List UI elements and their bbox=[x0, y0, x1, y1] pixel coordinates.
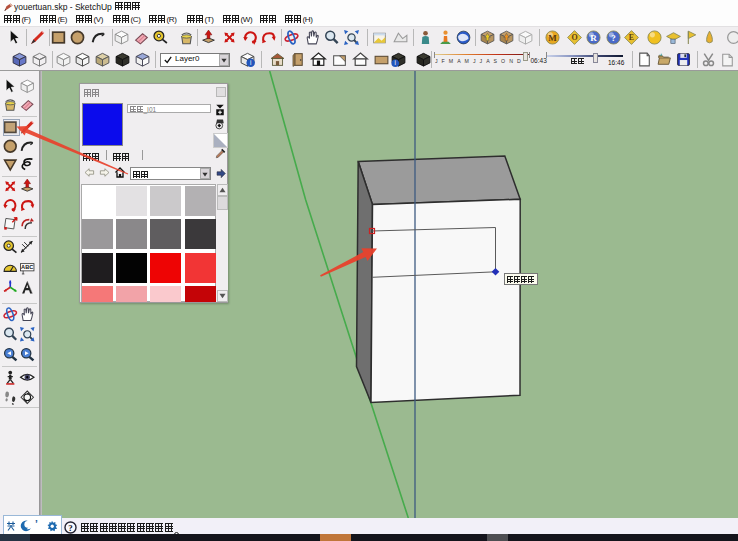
svg-text:ABC: ABC bbox=[21, 264, 33, 270]
svg-text:i: i bbox=[249, 59, 250, 66]
svg-text:R: R bbox=[590, 33, 597, 43]
svg-text:O: O bbox=[571, 33, 577, 42]
svg-text:E: E bbox=[628, 33, 633, 42]
svg-text:?: ? bbox=[611, 33, 616, 43]
svg-text:?: ? bbox=[68, 522, 72, 532]
svg-text:i: i bbox=[394, 59, 395, 66]
svg-text:M: M bbox=[548, 33, 557, 43]
